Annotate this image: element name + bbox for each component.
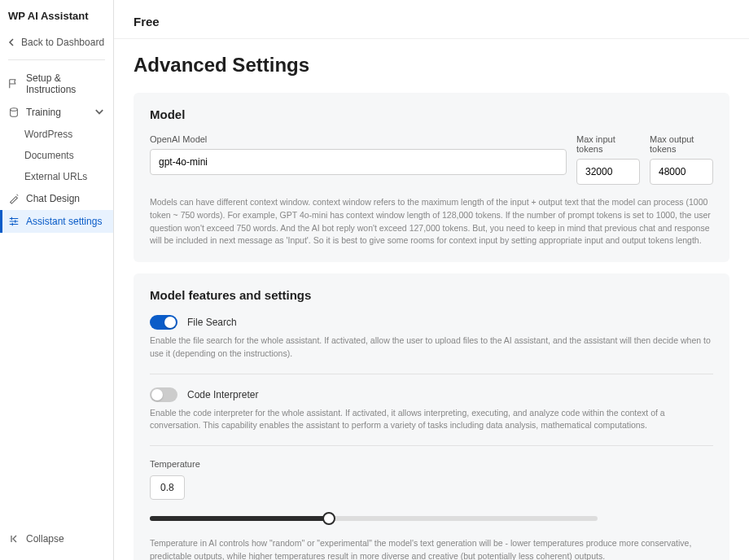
database-icon — [8, 107, 20, 118]
model-heading: Model — [150, 107, 713, 121]
sidebar-item-training[interactable]: Training — [0, 101, 113, 124]
temperature-slider[interactable] — [150, 511, 598, 526]
main: Free Advanced Settings Model OpenAI Mode… — [114, 0, 749, 560]
sidebar-label: Assistant settings — [26, 216, 102, 227]
sidebar-item-training-wordpress[interactable]: WordPress — [0, 124, 113, 145]
file-search-label: File Search — [187, 317, 237, 328]
code-interpreter-help: Enable the code interpreter for the whol… — [150, 407, 713, 433]
flag-icon — [8, 78, 20, 90]
sidebar-label: Training — [26, 107, 61, 118]
sidebar-item-chat-design[interactable]: Chat Design — [0, 187, 113, 210]
back-label: Back to Dashboard — [21, 37, 104, 48]
code-interpreter-label: Code Interpreter — [187, 389, 258, 400]
plan-badge: Free — [114, 0, 749, 38]
page-title: Advanced Settings — [134, 39, 729, 93]
temperature-help: Temperature in AI controls how "random" … — [150, 537, 713, 560]
wand-icon — [8, 193, 20, 204]
back-to-dashboard[interactable]: Back to Dashboard — [0, 32, 113, 53]
sidebar-item-training-external[interactable]: External URLs — [0, 166, 113, 187]
sidebar-label: Setup & Instructions — [26, 72, 105, 95]
collapse-sidebar[interactable]: Collapse — [0, 527, 74, 550]
file-search-toggle[interactable] — [150, 315, 177, 330]
sidebar-item-setup[interactable]: Setup & Instructions — [0, 67, 113, 101]
sidebar: WP AI Assistant Back to Dashboard Setup … — [0, 0, 114, 560]
features-heading: Model features and settings — [150, 288, 713, 302]
separator — [150, 374, 713, 374]
sliders-icon — [8, 216, 20, 227]
temperature-label: Temperature — [150, 459, 713, 469]
file-search-help: Enable the file search for the whole ass… — [150, 335, 713, 361]
chevron-down-icon — [94, 107, 105, 118]
max-input-label: Max input tokens — [576, 134, 640, 154]
divider — [8, 59, 105, 60]
slider-fill — [150, 516, 329, 521]
temperature-value[interactable]: 0.8 — [150, 475, 185, 500]
model-card: Model OpenAI Model Max input tokens Max … — [134, 93, 729, 262]
chevron-left-icon — [8, 38, 16, 46]
max-input-tokens-input[interactable] — [576, 159, 640, 185]
svg-point-0 — [11, 108, 18, 112]
features-card: Model features and settings File Search … — [134, 273, 729, 560]
collapse-icon — [10, 534, 20, 544]
sidebar-item-assistant-settings[interactable]: Assistant settings — [0, 210, 113, 233]
max-output-label: Max output tokens — [650, 134, 713, 154]
openai-model-input[interactable] — [150, 149, 567, 175]
max-output-tokens-input[interactable] — [650, 159, 713, 185]
sidebar-label: Chat Design — [26, 193, 80, 204]
app-title: WP AI Assistant — [0, 10, 113, 32]
collapse-label: Collapse — [26, 533, 64, 545]
code-interpreter-toggle[interactable] — [150, 387, 177, 402]
separator — [150, 445, 713, 446]
slider-thumb[interactable] — [322, 512, 335, 525]
openai-model-label: OpenAI Model — [150, 134, 567, 144]
sidebar-item-training-documents[interactable]: Documents — [0, 145, 113, 166]
model-help-text: Models can have different context window… — [150, 196, 713, 247]
